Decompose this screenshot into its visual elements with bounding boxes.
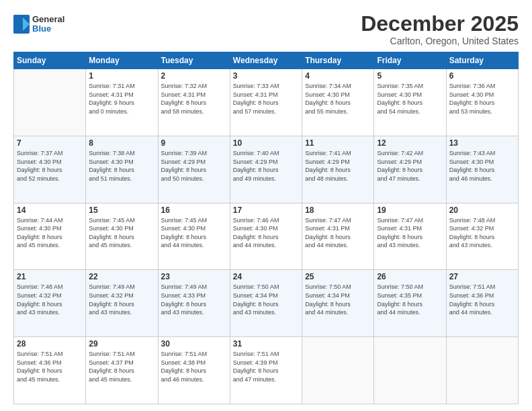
- day-number: 11: [305, 138, 371, 148]
- day-content: Sunrise: 7:51 AMSunset: 4:38 PMDaylight:…: [161, 350, 227, 383]
- logo-text: General Blue: [32, 15, 64, 34]
- calendar-cell: [374, 337, 446, 404]
- day-content: Sunrise: 7:32 AMSunset: 4:31 PMDaylight:…: [161, 82, 227, 116]
- day-number: 22: [89, 272, 154, 281]
- calendar-cell: 30Sunrise: 7:51 AMSunset: 4:38 PMDayligh…: [158, 337, 230, 404]
- calendar-cell: 26Sunrise: 7:50 AMSunset: 4:35 PMDayligh…: [374, 270, 446, 337]
- calendar-cell: 9Sunrise: 7:39 AMSunset: 4:29 PMDaylight…: [158, 136, 230, 203]
- day-number: 12: [377, 138, 443, 148]
- weekday-header-sunday: Sunday: [14, 52, 86, 69]
- calendar-cell: 11Sunrise: 7:41 AMSunset: 4:29 PMDayligh…: [302, 136, 374, 203]
- day-number: 30: [161, 339, 227, 349]
- calendar-cell: 2Sunrise: 7:32 AMSunset: 4:31 PMDaylight…: [158, 69, 230, 136]
- day-number: 31: [233, 339, 299, 349]
- day-content: Sunrise: 7:31 AMSunset: 4:31 PMDaylight:…: [89, 82, 154, 116]
- day-number: 23: [161, 272, 227, 281]
- calendar-cell: 12Sunrise: 7:42 AMSunset: 4:29 PMDayligh…: [374, 136, 446, 203]
- calendar-cell: 17Sunrise: 7:46 AMSunset: 4:30 PMDayligh…: [230, 203, 302, 270]
- day-number: 16: [161, 205, 227, 215]
- day-content: Sunrise: 7:33 AMSunset: 4:31 PMDaylight:…: [233, 82, 299, 116]
- calendar-cell: 4Sunrise: 7:34 AMSunset: 4:30 PMDaylight…: [302, 69, 374, 136]
- day-number: 27: [449, 272, 515, 281]
- calendar-cell: 25Sunrise: 7:50 AMSunset: 4:34 PMDayligh…: [302, 270, 374, 337]
- day-number: 26: [377, 272, 443, 281]
- calendar-cell: 7Sunrise: 7:37 AMSunset: 4:30 PMDaylight…: [14, 136, 86, 203]
- day-content: Sunrise: 7:43 AMSunset: 4:30 PMDaylight:…: [449, 149, 515, 183]
- weekday-row: SundayMondayTuesdayWednesdayThursdayFrid…: [14, 52, 519, 69]
- day-content: Sunrise: 7:40 AMSunset: 4:29 PMDaylight:…: [233, 149, 299, 183]
- day-number: 1: [89, 71, 154, 81]
- calendar-cell: 5Sunrise: 7:35 AMSunset: 4:30 PMDaylight…: [374, 69, 446, 136]
- calendar-cell: 28Sunrise: 7:51 AMSunset: 4:36 PMDayligh…: [14, 337, 86, 404]
- calendar-table: SundayMondayTuesdayWednesdayThursdayFrid…: [13, 52, 519, 404]
- calendar-week-3: 21Sunrise: 7:48 AMSunset: 4:32 PMDayligh…: [14, 270, 519, 337]
- day-content: Sunrise: 7:50 AMSunset: 4:34 PMDaylight:…: [305, 283, 371, 316]
- svg-rect-2: [13, 15, 23, 34]
- page: General Blue December 2025 Carlton, Oreg…: [0, 0, 532, 411]
- day-content: Sunrise: 7:47 AMSunset: 4:31 PMDaylight:…: [377, 216, 443, 250]
- day-content: Sunrise: 7:50 AMSunset: 4:34 PMDaylight:…: [233, 283, 299, 316]
- day-content: Sunrise: 7:47 AMSunset: 4:31 PMDaylight:…: [305, 216, 371, 250]
- day-content: Sunrise: 7:51 AMSunset: 4:36 PMDaylight:…: [449, 283, 515, 316]
- day-number: 28: [17, 339, 83, 349]
- logo-general: General: [32, 15, 64, 24]
- day-number: 17: [233, 205, 299, 215]
- calendar-cell: 1Sunrise: 7:31 AMSunset: 4:31 PMDaylight…: [86, 69, 158, 136]
- weekday-header-thursday: Thursday: [302, 52, 374, 69]
- day-content: Sunrise: 7:45 AMSunset: 4:30 PMDaylight:…: [89, 216, 154, 250]
- calendar-week-1: 7Sunrise: 7:37 AMSunset: 4:30 PMDaylight…: [14, 136, 519, 203]
- calendar-body: 1Sunrise: 7:31 AMSunset: 4:31 PMDaylight…: [14, 69, 519, 404]
- calendar-cell: [302, 337, 374, 404]
- month-title: December 2025: [361, 12, 519, 36]
- day-number: 19: [377, 205, 443, 215]
- location: Carlton, Oregon, United States: [361, 36, 519, 46]
- day-number: 24: [233, 272, 299, 281]
- title-block: December 2025 Carlton, Oregon, United St…: [361, 12, 519, 46]
- day-content: Sunrise: 7:49 AMSunset: 4:32 PMDaylight:…: [89, 283, 154, 316]
- day-content: Sunrise: 7:49 AMSunset: 4:33 PMDaylight:…: [161, 283, 227, 316]
- day-number: 2: [161, 71, 227, 81]
- day-number: 5: [377, 71, 443, 81]
- day-content: Sunrise: 7:41 AMSunset: 4:29 PMDaylight:…: [305, 149, 371, 183]
- calendar-cell: 18Sunrise: 7:47 AMSunset: 4:31 PMDayligh…: [302, 203, 374, 270]
- day-number: 13: [449, 138, 515, 148]
- calendar-cell: 3Sunrise: 7:33 AMSunset: 4:31 PMDaylight…: [230, 69, 302, 136]
- calendar-cell: 21Sunrise: 7:48 AMSunset: 4:32 PMDayligh…: [14, 270, 86, 337]
- day-number: 10: [233, 138, 299, 148]
- day-content: Sunrise: 7:50 AMSunset: 4:35 PMDaylight:…: [377, 283, 443, 316]
- day-number: 9: [161, 138, 227, 148]
- header: General Blue December 2025 Carlton, Oreg…: [13, 12, 519, 46]
- day-number: 4: [305, 71, 371, 81]
- calendar-cell: [446, 337, 518, 404]
- calendar-cell: 29Sunrise: 7:51 AMSunset: 4:37 PMDayligh…: [86, 337, 158, 404]
- day-number: 29: [89, 339, 154, 349]
- day-content: Sunrise: 7:48 AMSunset: 4:32 PMDaylight:…: [17, 283, 83, 316]
- logo-icon: [13, 15, 30, 34]
- day-number: 3: [233, 71, 299, 81]
- day-number: 25: [305, 272, 371, 281]
- calendar-cell: 6Sunrise: 7:36 AMSunset: 4:30 PMDaylight…: [446, 69, 518, 136]
- day-content: Sunrise: 7:39 AMSunset: 4:29 PMDaylight:…: [161, 149, 227, 183]
- calendar-cell: 8Sunrise: 7:38 AMSunset: 4:30 PMDaylight…: [86, 136, 158, 203]
- day-content: Sunrise: 7:45 AMSunset: 4:30 PMDaylight:…: [161, 216, 227, 250]
- calendar-week-0: 1Sunrise: 7:31 AMSunset: 4:31 PMDaylight…: [14, 69, 519, 136]
- day-number: 20: [449, 205, 515, 215]
- day-number: 18: [305, 205, 371, 215]
- day-number: 6: [449, 71, 515, 81]
- calendar-cell: 24Sunrise: 7:50 AMSunset: 4:34 PMDayligh…: [230, 270, 302, 337]
- calendar-week-2: 14Sunrise: 7:44 AMSunset: 4:30 PMDayligh…: [14, 203, 519, 270]
- day-content: Sunrise: 7:35 AMSunset: 4:30 PMDaylight:…: [377, 82, 443, 116]
- weekday-header-monday: Monday: [86, 52, 158, 69]
- calendar-cell: 31Sunrise: 7:51 AMSunset: 4:39 PMDayligh…: [230, 337, 302, 404]
- weekday-header-wednesday: Wednesday: [230, 52, 302, 69]
- logo-blue: Blue: [32, 24, 64, 34]
- calendar-cell: 10Sunrise: 7:40 AMSunset: 4:29 PMDayligh…: [230, 136, 302, 203]
- day-number: 7: [17, 138, 83, 148]
- calendar-week-4: 28Sunrise: 7:51 AMSunset: 4:36 PMDayligh…: [14, 337, 519, 404]
- day-content: Sunrise: 7:38 AMSunset: 4:30 PMDaylight:…: [89, 149, 154, 183]
- day-content: Sunrise: 7:51 AMSunset: 4:39 PMDaylight:…: [233, 350, 299, 383]
- calendar-cell: 27Sunrise: 7:51 AMSunset: 4:36 PMDayligh…: [446, 270, 518, 337]
- day-content: Sunrise: 7:44 AMSunset: 4:30 PMDaylight:…: [17, 216, 83, 250]
- calendar-cell: 22Sunrise: 7:49 AMSunset: 4:32 PMDayligh…: [86, 270, 158, 337]
- logo: General Blue: [13, 15, 64, 34]
